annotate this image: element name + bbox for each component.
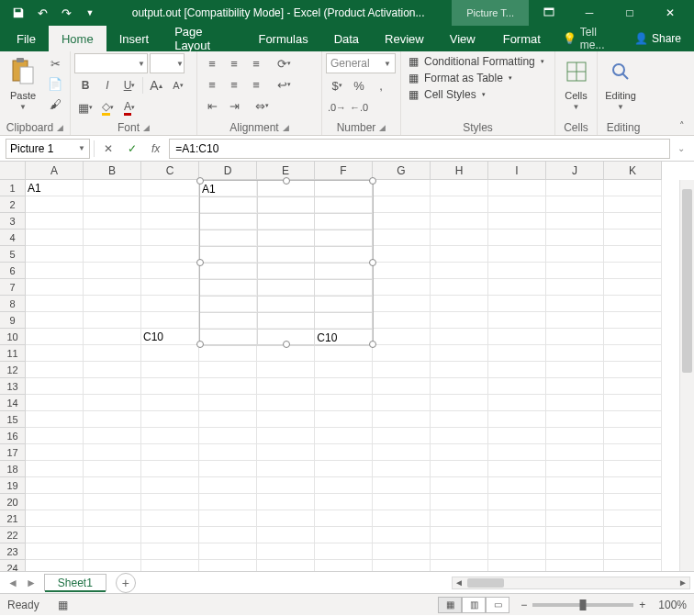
cell[interactable] [141, 494, 199, 510]
cell[interactable] [546, 378, 604, 395]
column-header[interactable]: D [199, 162, 257, 180]
cell[interactable] [488, 279, 546, 296]
cell[interactable] [26, 196, 84, 213]
cell[interactable] [257, 362, 315, 378]
cell[interactable] [199, 345, 257, 362]
cell[interactable] [199, 494, 257, 510]
cell[interactable] [431, 213, 488, 230]
tab-formulas[interactable]: Formulas [245, 26, 320, 51]
align-middle-icon[interactable]: ≡ [223, 53, 245, 73]
shrink-font-button[interactable]: A▾ [167, 75, 189, 95]
cell[interactable] [546, 461, 604, 477]
cell[interactable] [257, 378, 315, 395]
cell[interactable] [546, 312, 604, 329]
resize-handle-bottom-center[interactable] [283, 341, 290, 348]
cell[interactable] [84, 444, 141, 461]
cell[interactable] [141, 279, 199, 296]
cell[interactable] [546, 527, 604, 543]
cell[interactable] [488, 494, 546, 510]
column-headers[interactable]: A B C D E F G H I J K [26, 162, 662, 180]
scrollbar-thumb[interactable] [682, 189, 692, 373]
cell[interactable] [604, 230, 662, 246]
cell-styles-button[interactable]: ▦Cell Styles▾ [405, 86, 489, 103]
dialog-launcher-icon[interactable]: ◢ [57, 123, 63, 132]
font-color-button[interactable]: A▾ [118, 97, 140, 118]
cell[interactable] [84, 560, 141, 571]
column-header[interactable]: C [141, 162, 199, 180]
cell[interactable] [604, 411, 662, 428]
cell[interactable] [431, 279, 488, 296]
cell[interactable] [488, 395, 546, 411]
cell[interactable] [373, 180, 431, 196]
cell[interactable] [604, 296, 662, 312]
cell[interactable] [84, 510, 141, 527]
cell[interactable] [315, 461, 373, 477]
cell[interactable] [84, 296, 141, 312]
cell[interactable] [84, 378, 141, 395]
cell[interactable] [488, 329, 546, 345]
cell[interactable] [546, 494, 604, 510]
row-header[interactable]: 7 [0, 279, 26, 296]
cell[interactable] [141, 378, 199, 395]
cell[interactable] [141, 527, 199, 543]
cell[interactable] [373, 263, 431, 279]
cell[interactable] [604, 560, 662, 571]
bold-button[interactable]: B [74, 75, 96, 95]
fx-icon[interactable]: fx [146, 142, 165, 155]
cell[interactable] [141, 312, 199, 329]
page-layout-view-button[interactable]: ▥ [462, 597, 486, 613]
align-center-icon[interactable]: ≡ [223, 74, 245, 95]
cell[interactable] [373, 362, 431, 378]
cell[interactable] [199, 543, 257, 560]
undo-icon[interactable]: ↶ [33, 4, 51, 22]
cell[interactable] [199, 395, 257, 411]
dialog-launcher-icon[interactable]: ◢ [379, 123, 386, 132]
sheet-nav-prev-icon[interactable]: ◄ [7, 577, 18, 589]
cell[interactable] [141, 510, 199, 527]
qat-customize-icon[interactable]: ▼ [81, 4, 99, 22]
cell[interactable] [431, 345, 488, 362]
cell[interactable] [488, 345, 546, 362]
cell[interactable] [141, 461, 199, 477]
cell[interactable] [431, 510, 488, 527]
cell[interactable] [373, 510, 431, 527]
align-bottom-icon[interactable]: ≡ [245, 53, 267, 73]
cell[interactable] [373, 312, 431, 329]
cell[interactable] [373, 411, 431, 428]
collapse-ribbon-icon[interactable]: ˄ [674, 120, 690, 133]
cell[interactable] [604, 196, 662, 213]
cell[interactable] [488, 543, 546, 560]
cell[interactable] [84, 345, 141, 362]
cell[interactable] [199, 510, 257, 527]
column-header[interactable]: G [373, 162, 431, 180]
cell[interactable] [315, 560, 373, 571]
accounting-format-icon[interactable]: $▾ [326, 75, 348, 95]
cell[interactable] [546, 362, 604, 378]
cell[interactable] [84, 477, 141, 494]
cell[interactable] [604, 279, 662, 296]
cell[interactable] [26, 543, 84, 560]
cell[interactable] [315, 395, 373, 411]
cell[interactable] [26, 461, 84, 477]
cell[interactable] [141, 543, 199, 560]
cell[interactable] [431, 527, 488, 543]
row-header[interactable]: 16 [0, 428, 26, 444]
cell[interactable] [141, 444, 199, 461]
cell[interactable] [26, 444, 84, 461]
cell[interactable] [546, 428, 604, 444]
editing-button[interactable]: Editing ▼ [601, 53, 640, 114]
resize-handle-top-left[interactable] [196, 177, 204, 185]
cell[interactable] [84, 461, 141, 477]
cell[interactable] [488, 246, 546, 263]
tell-me-search[interactable]: 💡Tell me... [554, 26, 625, 51]
resize-handle-middle-right[interactable] [369, 259, 376, 266]
cell[interactable] [84, 527, 141, 543]
tab-review[interactable]: Review [372, 26, 437, 51]
resize-handle-top-right[interactable] [369, 177, 376, 185]
cell[interactable] [199, 477, 257, 494]
cell[interactable] [199, 444, 257, 461]
cell[interactable] [84, 543, 141, 560]
cell[interactable] [141, 345, 199, 362]
cell[interactable] [26, 378, 84, 395]
cell[interactable] [26, 560, 84, 571]
